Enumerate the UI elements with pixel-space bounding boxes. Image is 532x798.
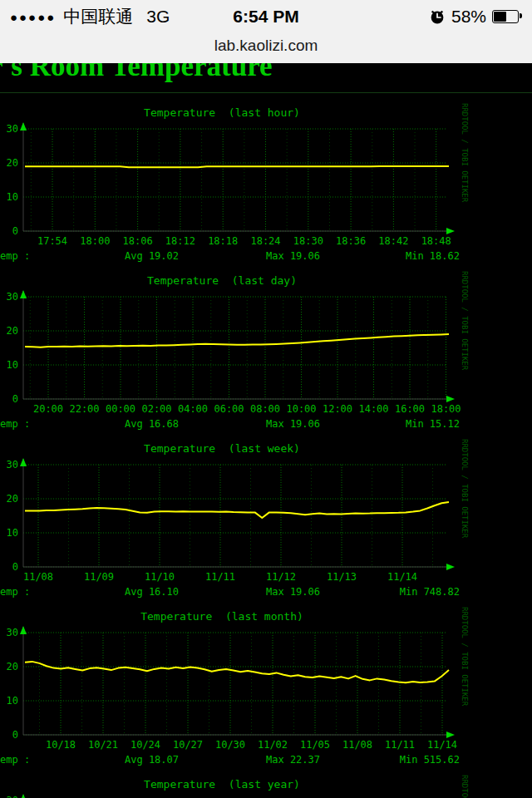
stats-avg: Avg 16.10 xyxy=(125,586,179,598)
address-bar[interactable]: lab.kaolizi.com xyxy=(0,33,532,63)
y-tick-label: 10 xyxy=(7,359,18,371)
status-right-group: 58% xyxy=(429,7,522,27)
x-tick-label: 11/08 xyxy=(23,571,53,583)
chart-title: Temperature (last week) xyxy=(144,442,300,455)
y-tick-label: 0 xyxy=(12,729,18,741)
x-tick-label: 11/14 xyxy=(427,739,457,751)
x-tick-label: 18:30 xyxy=(293,235,323,247)
chart-last-month: 010203010/1810/2110/2410/2710/3011/0211/… xyxy=(0,605,532,773)
chart-stack: 010203017:5418:0018:0618:1218:1818:2418:… xyxy=(0,101,532,798)
y-tick-label: 20 xyxy=(7,325,18,337)
stats-series-label: emp : xyxy=(0,250,30,262)
stats-min: Min 748.82 xyxy=(400,586,460,598)
stats-avg: Avg 16.68 xyxy=(125,418,179,430)
x-tick-label: 06:00 xyxy=(214,403,244,415)
stats-max: Max 19.06 xyxy=(266,250,320,262)
stats-max: Max 19.06 xyxy=(266,418,320,430)
y-axis-arrow-icon xyxy=(20,458,27,466)
status-bar: ●●●●● 中国联通 3G 6:54 PM 58% xyxy=(0,0,532,33)
y-tick-label: 30 xyxy=(7,123,18,135)
stats-max: Max 19.06 xyxy=(266,586,320,598)
temperature-series-line xyxy=(25,166,449,167)
x-tick-label: 11/05 xyxy=(300,739,330,751)
x-tick-label: 10/21 xyxy=(88,739,118,751)
x-tick-label: 08:00 xyxy=(250,403,280,415)
temperature-series-line xyxy=(25,502,449,518)
chart-title: Temperature (last month) xyxy=(140,610,303,623)
x-tick-label: 11/09 xyxy=(84,571,114,583)
x-tick-label: 20:00 xyxy=(33,403,63,415)
x-tick-label: 10/30 xyxy=(215,739,245,751)
y-tick-label: 30 xyxy=(7,795,18,798)
x-tick-label: 11/13 xyxy=(327,571,357,583)
web-page-content: r's Room Temperature 010203017:5418:0018… xyxy=(0,0,532,798)
x-tick-label: 11/12 xyxy=(266,571,296,583)
x-tick-label: 11/08 xyxy=(342,739,372,751)
stats-min: Min 18.62 xyxy=(406,250,460,262)
temperature-series-line xyxy=(25,334,449,347)
y-tick-label: 10 xyxy=(7,695,18,707)
x-tick-label: 11/02 xyxy=(258,739,288,751)
network-type-label: 3G xyxy=(146,7,170,27)
stats-series-label: emp : xyxy=(0,418,30,430)
x-tick-label: 17:54 xyxy=(37,235,67,247)
stats-min: Min 515.62 xyxy=(400,754,460,766)
y-tick-label: 0 xyxy=(12,561,18,573)
temperature-series-line xyxy=(25,662,449,682)
y-tick-label: 30 xyxy=(7,291,18,303)
y-tick-label: 30 xyxy=(7,459,18,470)
stats-avg: Avg 18.07 xyxy=(125,754,179,766)
x-tick-label: 10/24 xyxy=(131,739,160,751)
x-tick-label: 18:12 xyxy=(165,235,195,247)
y-tick-label: 30 xyxy=(7,627,18,638)
carrier-label: 中国联通 xyxy=(63,5,133,28)
x-tick-label: 02:00 xyxy=(141,403,171,415)
chart-last-year: 0102030Temperature (last year)RRDTOOL / … xyxy=(0,773,532,798)
x-tick-label: 10/18 xyxy=(46,739,76,751)
x-tick-label: 18:00 xyxy=(80,235,110,247)
y-tick-label: 20 xyxy=(7,493,18,505)
x-tick-label: 18:48 xyxy=(421,235,451,247)
x-axis-arrow-icon xyxy=(446,564,455,570)
x-tick-label: 16:00 xyxy=(395,403,425,415)
stats-series-label: emp : xyxy=(0,586,30,598)
battery-fill xyxy=(494,12,506,22)
x-tick-label: 18:06 xyxy=(123,235,153,247)
signal-strength-icon: ●●●●● xyxy=(10,11,56,23)
y-tick-label: 10 xyxy=(7,527,18,539)
x-tick-label: 18:00 xyxy=(431,403,461,415)
x-tick-label: 18:42 xyxy=(378,235,408,247)
chart-last-week: 010203011/0811/0911/1011/1111/1211/1311/… xyxy=(0,437,532,605)
battery-percent-label: 58% xyxy=(451,7,486,27)
chart-title: Temperature (last hour) xyxy=(144,106,300,119)
y-axis-arrow-icon xyxy=(20,794,27,798)
rrdtool-credit-vertical: RRDTOOL / TOBI OETIKER xyxy=(461,439,469,539)
chart-title: Temperature (last day) xyxy=(147,274,297,287)
stats-max: Max 22.37 xyxy=(266,754,320,766)
battery-icon xyxy=(492,10,519,23)
browser-top-bar: ●●●●● 中国联通 3G 6:54 PM 58% lab.kaolizi.co… xyxy=(0,0,532,63)
rrdtool-credit-vertical: RRDTOOL / TOBI OETIKER xyxy=(461,103,469,203)
stats-series-label: emp : xyxy=(0,754,30,766)
stats-avg: Avg 19.02 xyxy=(125,250,179,262)
y-axis-arrow-icon xyxy=(20,122,27,131)
title-divider xyxy=(0,92,532,93)
chart-title: Temperature (last year) xyxy=(144,778,300,791)
x-axis-arrow-icon xyxy=(446,228,455,234)
x-tick-label: 18:24 xyxy=(250,235,280,247)
y-axis-arrow-icon xyxy=(20,626,27,634)
y-tick-label: 0 xyxy=(12,393,18,405)
alarm-clock-icon xyxy=(429,8,446,25)
x-tick-label: 18:36 xyxy=(336,235,366,247)
chart-last-day: 010203020:0022:0000:0002:0004:0006:0008:… xyxy=(0,269,532,437)
x-tick-label: 11/10 xyxy=(145,571,175,583)
x-tick-label: 14:00 xyxy=(358,403,388,415)
x-tick-label: 12:00 xyxy=(323,403,352,415)
x-tick-label: 00:00 xyxy=(106,403,135,415)
x-tick-label: 11/11 xyxy=(385,739,415,751)
y-axis-arrow-icon xyxy=(20,290,27,298)
x-tick-label: 04:00 xyxy=(178,403,208,415)
x-tick-label: 10/27 xyxy=(173,739,203,751)
rrdtool-credit-vertical: RRDTOOL / TOBI OETIKER xyxy=(461,607,469,707)
rrdtool-credit-vertical: RRDTOOL / TOBI OETIKER xyxy=(461,271,469,371)
